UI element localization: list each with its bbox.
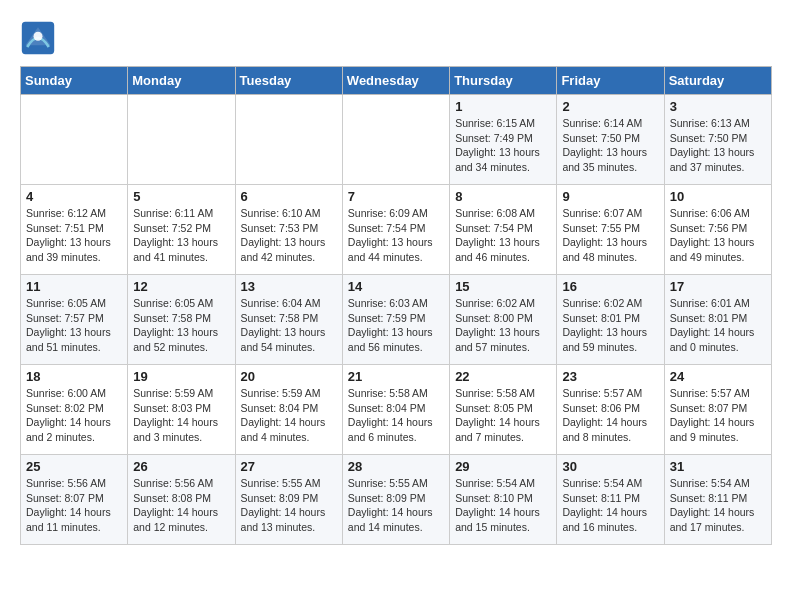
weekday-header: Sunday [21, 67, 128, 95]
weekday-header: Tuesday [235, 67, 342, 95]
calendar-cell: 29Sunrise: 5:54 AM Sunset: 8:10 PM Dayli… [450, 455, 557, 545]
svg-point-2 [34, 32, 43, 41]
cell-info: Sunrise: 5:54 AM Sunset: 8:10 PM Dayligh… [455, 476, 551, 535]
cell-info: Sunrise: 6:04 AM Sunset: 7:58 PM Dayligh… [241, 296, 337, 355]
cell-info: Sunrise: 5:56 AM Sunset: 8:08 PM Dayligh… [133, 476, 229, 535]
weekday-header: Wednesday [342, 67, 449, 95]
day-number: 17 [670, 279, 766, 294]
day-number: 19 [133, 369, 229, 384]
day-number: 20 [241, 369, 337, 384]
logo [20, 20, 62, 56]
cell-info: Sunrise: 6:07 AM Sunset: 7:55 PM Dayligh… [562, 206, 658, 265]
day-number: 28 [348, 459, 444, 474]
calendar-cell: 20Sunrise: 5:59 AM Sunset: 8:04 PM Dayli… [235, 365, 342, 455]
calendar-cell: 21Sunrise: 5:58 AM Sunset: 8:04 PM Dayli… [342, 365, 449, 455]
calendar-cell: 25Sunrise: 5:56 AM Sunset: 8:07 PM Dayli… [21, 455, 128, 545]
day-number: 8 [455, 189, 551, 204]
calendar-cell: 15Sunrise: 6:02 AM Sunset: 8:00 PM Dayli… [450, 275, 557, 365]
day-number: 6 [241, 189, 337, 204]
day-number: 22 [455, 369, 551, 384]
day-number: 12 [133, 279, 229, 294]
calendar-cell: 11Sunrise: 6:05 AM Sunset: 7:57 PM Dayli… [21, 275, 128, 365]
cell-info: Sunrise: 6:00 AM Sunset: 8:02 PM Dayligh… [26, 386, 122, 445]
calendar-body: 1Sunrise: 6:15 AM Sunset: 7:49 PM Daylig… [21, 95, 772, 545]
cell-info: Sunrise: 6:11 AM Sunset: 7:52 PM Dayligh… [133, 206, 229, 265]
day-number: 11 [26, 279, 122, 294]
logo-icon [20, 20, 56, 56]
calendar-cell: 13Sunrise: 6:04 AM Sunset: 7:58 PM Dayli… [235, 275, 342, 365]
weekday-header: Friday [557, 67, 664, 95]
cell-info: Sunrise: 6:08 AM Sunset: 7:54 PM Dayligh… [455, 206, 551, 265]
day-number: 31 [670, 459, 766, 474]
cell-info: Sunrise: 5:59 AM Sunset: 8:04 PM Dayligh… [241, 386, 337, 445]
calendar-cell: 18Sunrise: 6:00 AM Sunset: 8:02 PM Dayli… [21, 365, 128, 455]
calendar-cell: 27Sunrise: 5:55 AM Sunset: 8:09 PM Dayli… [235, 455, 342, 545]
day-number: 21 [348, 369, 444, 384]
calendar-cell: 31Sunrise: 5:54 AM Sunset: 8:11 PM Dayli… [664, 455, 771, 545]
calendar-cell: 30Sunrise: 5:54 AM Sunset: 8:11 PM Dayli… [557, 455, 664, 545]
calendar-week-row: 18Sunrise: 6:00 AM Sunset: 8:02 PM Dayli… [21, 365, 772, 455]
calendar-cell: 19Sunrise: 5:59 AM Sunset: 8:03 PM Dayli… [128, 365, 235, 455]
cell-info: Sunrise: 5:55 AM Sunset: 8:09 PM Dayligh… [241, 476, 337, 535]
day-number: 7 [348, 189, 444, 204]
cell-info: Sunrise: 5:56 AM Sunset: 8:07 PM Dayligh… [26, 476, 122, 535]
day-number: 2 [562, 99, 658, 114]
cell-info: Sunrise: 5:54 AM Sunset: 8:11 PM Dayligh… [670, 476, 766, 535]
calendar-week-row: 4Sunrise: 6:12 AM Sunset: 7:51 PM Daylig… [21, 185, 772, 275]
day-number: 5 [133, 189, 229, 204]
cell-info: Sunrise: 6:15 AM Sunset: 7:49 PM Dayligh… [455, 116, 551, 175]
calendar-cell: 6Sunrise: 6:10 AM Sunset: 7:53 PM Daylig… [235, 185, 342, 275]
day-number: 3 [670, 99, 766, 114]
day-number: 18 [26, 369, 122, 384]
page-header [20, 20, 772, 56]
day-number: 16 [562, 279, 658, 294]
weekday-header: Monday [128, 67, 235, 95]
calendar-cell [128, 95, 235, 185]
day-number: 1 [455, 99, 551, 114]
cell-info: Sunrise: 6:12 AM Sunset: 7:51 PM Dayligh… [26, 206, 122, 265]
day-number: 26 [133, 459, 229, 474]
calendar-week-row: 11Sunrise: 6:05 AM Sunset: 7:57 PM Dayli… [21, 275, 772, 365]
cell-info: Sunrise: 5:58 AM Sunset: 8:05 PM Dayligh… [455, 386, 551, 445]
calendar-week-row: 1Sunrise: 6:15 AM Sunset: 7:49 PM Daylig… [21, 95, 772, 185]
day-number: 14 [348, 279, 444, 294]
calendar-cell: 10Sunrise: 6:06 AM Sunset: 7:56 PM Dayli… [664, 185, 771, 275]
calendar-cell: 1Sunrise: 6:15 AM Sunset: 7:49 PM Daylig… [450, 95, 557, 185]
cell-info: Sunrise: 6:09 AM Sunset: 7:54 PM Dayligh… [348, 206, 444, 265]
calendar-cell: 14Sunrise: 6:03 AM Sunset: 7:59 PM Dayli… [342, 275, 449, 365]
day-number: 30 [562, 459, 658, 474]
cell-info: Sunrise: 6:01 AM Sunset: 8:01 PM Dayligh… [670, 296, 766, 355]
calendar-cell [342, 95, 449, 185]
calendar-cell: 28Sunrise: 5:55 AM Sunset: 8:09 PM Dayli… [342, 455, 449, 545]
day-number: 9 [562, 189, 658, 204]
calendar-cell: 2Sunrise: 6:14 AM Sunset: 7:50 PM Daylig… [557, 95, 664, 185]
cell-info: Sunrise: 5:55 AM Sunset: 8:09 PM Dayligh… [348, 476, 444, 535]
calendar-cell: 3Sunrise: 6:13 AM Sunset: 7:50 PM Daylig… [664, 95, 771, 185]
calendar-cell: 7Sunrise: 6:09 AM Sunset: 7:54 PM Daylig… [342, 185, 449, 275]
day-number: 4 [26, 189, 122, 204]
calendar-cell: 4Sunrise: 6:12 AM Sunset: 7:51 PM Daylig… [21, 185, 128, 275]
calendar-header: SundayMondayTuesdayWednesdayThursdayFrid… [21, 67, 772, 95]
calendar-cell: 5Sunrise: 6:11 AM Sunset: 7:52 PM Daylig… [128, 185, 235, 275]
day-number: 29 [455, 459, 551, 474]
calendar-cell [21, 95, 128, 185]
calendar-cell: 22Sunrise: 5:58 AM Sunset: 8:05 PM Dayli… [450, 365, 557, 455]
calendar-cell [235, 95, 342, 185]
day-number: 23 [562, 369, 658, 384]
day-number: 25 [26, 459, 122, 474]
cell-info: Sunrise: 5:54 AM Sunset: 8:11 PM Dayligh… [562, 476, 658, 535]
calendar-table: SundayMondayTuesdayWednesdayThursdayFrid… [20, 66, 772, 545]
cell-info: Sunrise: 6:10 AM Sunset: 7:53 PM Dayligh… [241, 206, 337, 265]
cell-info: Sunrise: 6:05 AM Sunset: 7:57 PM Dayligh… [26, 296, 122, 355]
cell-info: Sunrise: 6:03 AM Sunset: 7:59 PM Dayligh… [348, 296, 444, 355]
calendar-week-row: 25Sunrise: 5:56 AM Sunset: 8:07 PM Dayli… [21, 455, 772, 545]
day-number: 13 [241, 279, 337, 294]
cell-info: Sunrise: 5:57 AM Sunset: 8:07 PM Dayligh… [670, 386, 766, 445]
day-number: 27 [241, 459, 337, 474]
day-number: 10 [670, 189, 766, 204]
calendar-cell: 26Sunrise: 5:56 AM Sunset: 8:08 PM Dayli… [128, 455, 235, 545]
day-number: 24 [670, 369, 766, 384]
cell-info: Sunrise: 6:02 AM Sunset: 8:00 PM Dayligh… [455, 296, 551, 355]
cell-info: Sunrise: 6:13 AM Sunset: 7:50 PM Dayligh… [670, 116, 766, 175]
cell-info: Sunrise: 5:57 AM Sunset: 8:06 PM Dayligh… [562, 386, 658, 445]
